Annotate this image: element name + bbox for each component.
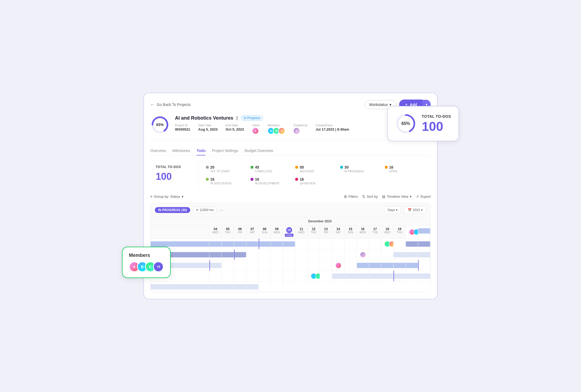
day-header-12: 12THU [308,226,320,239]
stat-qa-review: 16 QA REVIEW [292,175,337,187]
tab-milestones[interactable]: Milestones [172,146,190,155]
task-cell-0-8 [283,239,295,249]
task-cell-3-9 [222,271,234,281]
group-by-button[interactable]: ≡ Group by: Status ▾ [150,195,184,199]
stat-dot-open [385,166,388,169]
calendar-month-row: December 2023 [151,217,430,226]
filters-button[interactable]: ⊞ Filters [344,195,358,199]
group-by-label: Group by: Status [154,195,180,199]
floating-total-count: 100 [422,120,451,133]
day-header-16: 16MON [357,226,369,239]
task-cell-0-2 [209,239,222,249]
day-header-08: 08SUN [259,226,271,239]
members-avatars: A B +5 [267,127,285,134]
task-bar-4 [209,284,221,290]
task-cell-4-3 [357,271,369,281]
stat-count-in-development: 16 [255,177,259,181]
task-cell-1-14 [332,249,345,260]
day-header-07: 07SAT [246,226,259,239]
stat-in-development: 16 IN DEVELOPMENT [247,175,292,187]
stat-completed: 45 COMPLETED [247,163,292,175]
task-bar-0 [209,241,221,247]
task-cell-1-7 [246,249,259,260]
tab-budget-overview-label: Budget Overview [245,149,273,153]
task-bar-2 [418,252,430,257]
tab-todo[interactable]: Todo [197,146,205,155]
stat-label-qa-review: QA REVIEW [295,182,334,185]
today-line [393,271,394,281]
workstatus-label: Workstatus [369,102,388,107]
end-date-label: End Date [225,124,244,127]
task-bar-3 [369,263,381,268]
task-cell-2-12 [283,260,295,271]
task-bar-4 [246,284,258,290]
calendar-empty-cell [151,217,209,226]
task-cell-2-4 [418,249,430,260]
stat-label-archived: ARCHIVED [295,170,334,173]
task-cell-2-3 [406,249,418,260]
day-header-18: 18WED [381,226,393,239]
task-cell-3-13 [271,271,283,281]
tab-overview[interactable]: Overview [150,146,166,155]
tab-milestones-label: Milestones [172,149,190,153]
timeline-view-button[interactable]: ▤ Timeline View ▾ [382,195,412,199]
task-label-4: LC - Online Checkout Reprehendesearch [308,271,320,281]
task-cell-3-8 [209,271,222,281]
task-bar-4 [151,284,209,290]
task-bar-0 [234,241,246,247]
today-line [418,260,419,271]
ellipsis-menu[interactable]: ⋯ [219,208,224,213]
timeline-header: IN PROGRESS (30) ✕ 12000 hrs ⋯ Days ▾ 📅 … [151,203,430,217]
task-bar-4 [332,273,344,279]
task-bar-4 [393,273,406,279]
task-cell-4-5 [381,271,393,281]
task-bar-4 [381,273,393,279]
back-arrow-icon: ← [150,102,155,107]
task-cell-4-9 [151,281,209,292]
year-button[interactable]: 📅 2023 ▾ [404,206,426,214]
task-cell-4-10 [209,281,222,292]
stat-label-completed: COMPLETED [251,170,289,173]
task-cell-2-8 [234,260,246,271]
task-cell-0-0 [418,226,430,236]
task-cell-2-14 [308,260,320,271]
task-cell-0-7 [271,239,283,249]
task-bar-0 [222,241,234,247]
sort-by-label: Sort by [367,195,378,199]
task-cell-3-1 [357,260,369,271]
export-button[interactable]: ↗ Export [416,195,431,199]
project-meta: Project ID WS00521 Start Date Aug 5, 202… [175,124,419,134]
stat-dot-qa-review [295,178,298,181]
task-bar-0 [259,241,271,247]
task-cell-2-9 [246,260,259,271]
task-bar-2 [393,252,406,257]
back-link[interactable]: ← Go Back To Projects [150,102,191,107]
timeline-view-label: Timeline View [387,195,408,199]
task-bar-0 [418,228,430,234]
stat-yet-to-start: 20 YET TO START [203,163,247,175]
tab-budget-overview[interactable]: Budget Overview [245,146,273,155]
group-by-icon: ≡ [150,195,152,199]
task-cell-4-15 [271,281,283,292]
created-time-item: CreatedTime Jul 17,2023 | 8:40am [316,124,349,134]
task-cell-4-12 [234,281,246,292]
tab-project-settings[interactable]: Project Settings [212,146,238,155]
floating-avatar-count: +5 [153,261,164,272]
sort-by-button[interactable]: ⇅ Sort by [362,195,378,199]
project-id-value: WS00521 [175,127,190,131]
task-bar-2 [209,263,221,268]
task-cell-1-15 [345,249,357,260]
task-cell-3-10 [234,271,246,281]
calendar-area: December 2023 04WED05THU06FRI07SAT08SUN0… [151,217,430,292]
stat-label-in-development: IN DEVELOPMENT [251,182,289,185]
floating-total-card: 65% TOTAL TO-DOs 100 [387,106,459,141]
task-cell-1-9 [271,249,283,260]
stat-dot-yet-to-start [206,166,209,169]
days-button[interactable]: Days ▾ [384,206,401,214]
task-bar-1 [222,252,234,257]
task-cell-4-6 [393,271,406,281]
project-id-item: Project ID WS00521 [175,124,190,134]
timeline-status-badge: IN PROGRESS (30) [155,207,190,213]
day-header-11: 11WED [295,226,308,239]
stat-open: 16 OPEN [382,163,426,175]
